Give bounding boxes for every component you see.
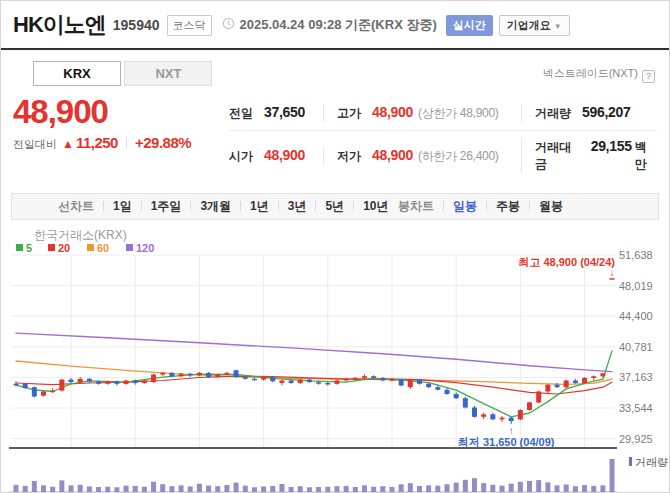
tab-nxt[interactable]: NXT (124, 61, 212, 86)
line-chart-button[interactable]: 선차트 (58, 198, 94, 215)
candle-body (362, 376, 367, 378)
volume-bar (573, 486, 578, 492)
exchange-tabs: KRX NXT 넥스트레이드(NXT)? (33, 61, 669, 86)
candle-body (298, 380, 303, 383)
period-button-1주일[interactable]: 1주일 (151, 199, 182, 213)
volume-bar (289, 487, 294, 492)
trade-value: 29,155 (591, 138, 632, 154)
candle-body (197, 373, 202, 376)
volume-legend-swatch (629, 457, 632, 466)
high-label: 고가 (337, 105, 361, 122)
volume-bar (32, 481, 37, 492)
prev-close-cell: 전일 37,650 (229, 104, 323, 122)
volume-bar (444, 484, 449, 492)
candle-body (518, 410, 523, 419)
ma-legend-label: 120 (136, 242, 154, 254)
period-button-group: 1일1주일3개월1년3년5년10년 (94, 198, 388, 215)
volume-bar (500, 486, 505, 492)
candle-body (481, 414, 486, 417)
candle-body (610, 278, 615, 280)
period-button-10년[interactable]: 10년 (363, 199, 388, 213)
high-value: 48,900 (372, 104, 413, 120)
price-section: 48,900 전일대비 ▲ 11,250 +29.88% 전일 37,650 고… (1, 86, 669, 189)
candle-toolbar: 봉차트 일봉주봉월봉 (398, 198, 563, 215)
y-axis-label: 51,638 (619, 249, 653, 261)
volume-bar (509, 484, 514, 492)
volume-bar (234, 483, 239, 492)
candle-body (307, 380, 312, 383)
period-button-일봉[interactable]: 일봉 (453, 199, 477, 213)
candle-body (417, 380, 422, 384)
volume-bar (545, 482, 550, 492)
volume-bar (582, 485, 587, 492)
period-button-1일[interactable]: 1일 (113, 199, 132, 213)
high-price-cell: 고가 48,900 (상한가 48,900) (323, 104, 521, 122)
candle-body (289, 381, 294, 384)
ma-legend-label: 20 (58, 242, 70, 254)
stock-chart: 한국거래소(KRX)5206012051,63848,01944,40040,7… (1, 222, 669, 493)
volume-bar (481, 483, 486, 492)
candle-body (188, 374, 193, 376)
stock-detail-page: HK이노엔 195940 코스닥 2025.04.24 09:28 기준(KRX… (0, 0, 670, 493)
period-button-월봉[interactable]: 월봉 (539, 199, 563, 213)
candle-body (545, 385, 550, 392)
tab-krx[interactable]: KRX (33, 61, 121, 86)
change-label: 전일대비 (13, 137, 57, 152)
period-button-주봉[interactable]: 주봉 (496, 199, 520, 213)
candle-body (87, 379, 92, 382)
volume-bar (380, 486, 385, 492)
period-button-3개월[interactable]: 3개월 (200, 199, 231, 213)
candle-body (151, 375, 156, 383)
open-value: 48,900 (264, 147, 305, 163)
help-icon[interactable]: ? (642, 70, 655, 83)
candle-body (371, 376, 376, 378)
period-button-5년[interactable]: 5년 (325, 199, 344, 213)
prev-close-label: 전일 (229, 105, 253, 122)
realtime-badge[interactable]: 실시간 (446, 15, 493, 36)
volume-value: 596,207 (582, 104, 631, 120)
volume-bar (224, 485, 229, 492)
volume-bar (206, 486, 211, 492)
period-button-3년[interactable]: 3년 (288, 199, 307, 213)
ma-legend-label: 5 (26, 242, 32, 254)
y-axis-label: 33,544 (619, 402, 653, 414)
period-button-1년[interactable]: 1년 (250, 199, 269, 213)
volume-bar (389, 487, 394, 492)
candle-body (380, 378, 385, 381)
y-axis-label: 37,163 (619, 371, 653, 383)
volume-bar (59, 480, 64, 492)
candle-body (564, 381, 569, 388)
y-axis-label: 48,019 (619, 280, 653, 292)
candle-body (215, 375, 220, 378)
volume-bar (114, 487, 119, 492)
company-overview-button[interactable]: 기업개요▼ (499, 15, 570, 36)
volume-legend-label: 거래량 (635, 456, 668, 468)
divider (190, 201, 191, 211)
volume-bar (78, 485, 83, 492)
candle-body (179, 374, 184, 377)
quote-datetime: 2025.04.24 09:28 기준(KRX 장중) (240, 16, 437, 34)
volume-bar (87, 486, 92, 492)
candle-chart-button[interactable]: 봉차트 (398, 198, 434, 215)
volume-bar (600, 485, 605, 492)
nextrade-info: 넥스트레이드(NXT)? (543, 66, 655, 83)
open-price-cell: 시가 48,900 (229, 147, 323, 165)
volume-bar (472, 478, 477, 492)
table-row: 전일 37,650 고가 48,900 (상한가 48,900) 거래량 596… (229, 97, 657, 131)
candle-body (490, 414, 495, 419)
low-price-cell: 저가 48,900 (하한가 26,400) (323, 147, 521, 165)
candle-body (472, 408, 477, 417)
current-price-block: 48,900 전일대비 ▲ 11,250 +29.88% (13, 95, 229, 181)
volume-label: 거래량 (535, 105, 571, 122)
low-marker-label: 최저 31,650 (04/09) (458, 436, 555, 448)
volume-bar (371, 487, 376, 492)
upper-limit: (상한가 48,900) (418, 105, 498, 122)
divider (126, 137, 127, 148)
candle-body (426, 384, 431, 387)
chart-toolbar: 선차트 1일1주일3개월1년3년5년10년 봉차트 일봉주봉월봉 (11, 193, 659, 220)
candle-body (279, 381, 284, 384)
candle-body (261, 377, 266, 380)
stock-code: 195940 (113, 17, 160, 33)
trade-value-unit: 백만 (635, 139, 657, 173)
volume-bar (334, 486, 339, 492)
